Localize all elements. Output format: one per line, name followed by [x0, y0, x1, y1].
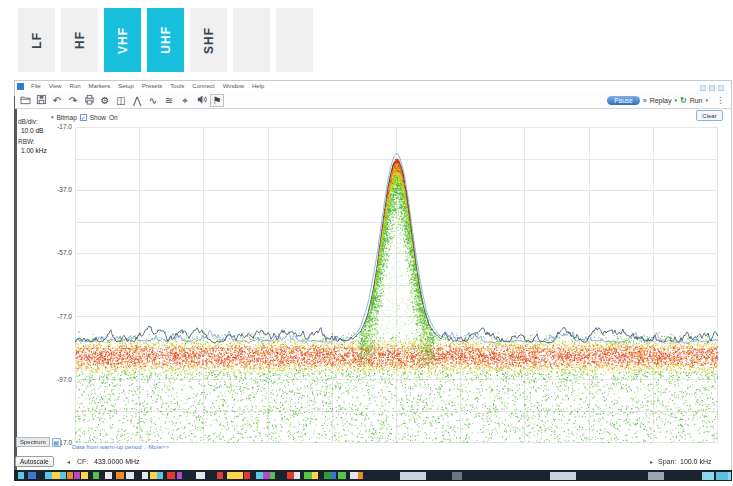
analysis-icon[interactable]: ≋ — [162, 94, 176, 107]
run-caret-icon[interactable]: ▾ — [705, 97, 708, 103]
menu-items: FileViewRunMarkersSetupPresetsToolsConne… — [27, 83, 268, 89]
menu-help[interactable]: Help — [248, 83, 268, 89]
print-icon[interactable] — [82, 94, 96, 107]
trace-options-icon[interactable]: ∿ — [146, 94, 160, 107]
window-maximize-button[interactable] — [709, 85, 715, 91]
replay-button[interactable]: Replay — [650, 97, 672, 104]
span-label: Span: — [658, 458, 676, 465]
rbw-value[interactable]: 1.00 kHz — [21, 147, 47, 154]
overflow-menu-icon[interactable]: ⋮ — [716, 95, 725, 105]
band-tab-uhf[interactable]: UHF — [147, 8, 184, 72]
redo-icon[interactable]: ↷ — [66, 94, 80, 107]
peak-search-icon[interactable]: ⋀ — [130, 94, 144, 107]
toolbar-icons: ↶↷⚙◫⋀∿≋⌖⚑ — [18, 94, 226, 107]
show-label: Show — [90, 114, 106, 121]
screen: LFHFVHFUHFSHF FileViewRunMarkersSetupPre… — [0, 0, 733, 486]
cf-value[interactable]: 433.0000 MHz — [94, 458, 140, 465]
pause-button[interactable]: Pause — [607, 96, 639, 105]
y-tick-label: -77.0 — [2, 313, 72, 320]
clear-button[interactable]: Clear — [696, 110, 723, 121]
show-checkbox[interactable]: ✓ — [80, 114, 87, 121]
cf-label: CF: — [77, 458, 88, 465]
save-icon[interactable] — [34, 94, 48, 107]
cf-step-left-icon[interactable]: ◂ — [67, 458, 70, 465]
menu-markers[interactable]: Markers — [85, 83, 115, 89]
span-step-right-icon[interactable]: ▸ — [650, 458, 653, 465]
menu-bar: FileViewRunMarkersSetupPresetsToolsConne… — [17, 81, 268, 91]
y-tick-label: -37.0 — [2, 186, 72, 193]
y-tick-label: -17.0 — [2, 123, 72, 130]
settings-gear-icon[interactable]: ⚙ — [98, 94, 112, 107]
span-value[interactable]: 100.0 kHz — [680, 458, 712, 465]
run-button[interactable]: Run — [690, 97, 703, 104]
band-tab-vhf[interactable]: VHF — [104, 8, 141, 72]
marker-setup-icon[interactable]: ⚑ — [210, 94, 224, 107]
menu-tools[interactable]: Tools — [166, 83, 188, 89]
band-tab-empty-7[interactable] — [276, 8, 313, 72]
run-icon: ↻ — [680, 96, 687, 105]
window-minimize-button[interactable] — [700, 85, 706, 91]
collapsed-panel-edge[interactable] — [14, 96, 17, 470]
toolbar-run-controls: Pause » Replay ▾ ↻ Run ▾ ⋮ — [607, 95, 731, 105]
rbw-label: RBW: — [18, 138, 35, 145]
open-file-icon[interactable] — [18, 94, 32, 107]
band-tab-label: SHF — [202, 27, 216, 54]
band-tab-label: HF — [73, 31, 87, 49]
replay-caret-icon[interactable]: ▾ — [674, 97, 677, 103]
touch-icon[interactable]: ⌖ — [178, 94, 192, 107]
audio-demod-icon[interactable] — [194, 94, 208, 107]
display-settings-icon[interactable]: ◫ — [114, 94, 128, 107]
spectrum-plot[interactable] — [75, 127, 718, 443]
spectrum-tab-button[interactable]: Spectrum — [16, 437, 50, 447]
band-tab-shf[interactable]: SHF — [190, 8, 227, 72]
replay-icon: » — [643, 97, 647, 104]
window-close-button[interactable] — [718, 85, 724, 91]
menu-window[interactable]: Window — [219, 83, 248, 89]
menu-presets[interactable]: Presets — [138, 83, 166, 89]
status-strip[interactable] — [14, 470, 732, 481]
band-tab-empty-6[interactable] — [233, 8, 270, 72]
menu-connect[interactable]: Connect — [188, 83, 218, 89]
band-tab-label: VHF — [116, 27, 130, 54]
display-dropdown-icon[interactable]: ▦ — [52, 438, 61, 447]
band-tab-label: UHF — [159, 26, 173, 54]
autoscale-button[interactable]: Autoscale — [15, 456, 54, 467]
display-tab: Spectrum ▦ — [16, 437, 61, 447]
menu-file[interactable]: File — [27, 83, 45, 89]
warmup-message[interactable]: Data from warm-up period .. More>> — [72, 444, 169, 450]
trace-state-label: On — [109, 114, 118, 121]
y-tick-label: -97.0 — [2, 376, 72, 383]
trace-bar: ▾ Bitmap ✓ Show On — [51, 112, 118, 122]
y-tick-label: -57.0 — [2, 249, 72, 256]
trace-selector[interactable]: Bitmap — [57, 114, 77, 121]
undo-icon[interactable]: ↶ — [50, 94, 64, 107]
trace-selector-caret-icon[interactable]: ▾ — [51, 114, 54, 120]
band-tab-label: LF — [30, 32, 44, 49]
band-tabs: LFHFVHFUHFSHF — [18, 8, 313, 72]
toolbar: ↶↷⚙◫⋀∿≋⌖⚑ Pause » Replay ▾ ↻ Run ▾ ⋮ — [15, 92, 731, 109]
band-tab-hf[interactable]: HF — [61, 8, 98, 72]
menu-run[interactable]: Run — [66, 83, 85, 89]
app-logo-icon — [17, 83, 24, 90]
band-tab-lf[interactable]: LF — [18, 8, 55, 72]
menu-view[interactable]: View — [45, 83, 66, 89]
menu-setup[interactable]: Setup — [114, 83, 138, 89]
